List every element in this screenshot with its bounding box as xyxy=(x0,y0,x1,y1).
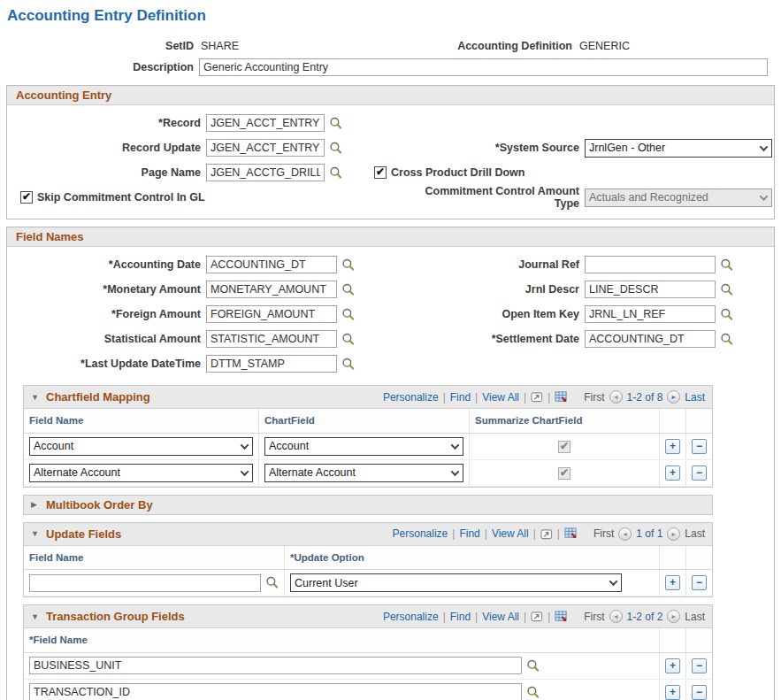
last-link[interactable]: Last xyxy=(685,391,705,404)
delete-row-button[interactable]: − xyxy=(692,658,707,673)
column-header-field-name: Field Name xyxy=(24,546,285,570)
page-title: Accounting Entry Definition xyxy=(7,7,781,25)
add-row-button[interactable]: + xyxy=(665,575,680,590)
page-name-lookup-icon[interactable] xyxy=(329,166,342,180)
transaction-field-lookup-icon[interactable] xyxy=(526,686,540,699)
foreign-amount-lookup-icon[interactable] xyxy=(341,308,355,321)
zoom-grid-icon[interactable] xyxy=(531,611,543,622)
skip-commitment-checkbox[interactable]: ✔ xyxy=(20,191,33,204)
view-all-link[interactable]: View All xyxy=(482,611,519,623)
accounting-date-input[interactable] xyxy=(206,256,337,273)
personalize-link[interactable]: Personalize xyxy=(393,527,448,540)
find-link[interactable]: Find xyxy=(450,391,471,404)
commitment-type-label: Commitment Control Amount Type xyxy=(397,185,585,210)
prev-page-button: ◄ xyxy=(618,527,632,541)
transaction-field-input[interactable] xyxy=(29,683,522,700)
record-input[interactable] xyxy=(206,114,325,132)
last-update-datetime-lookup-icon[interactable] xyxy=(341,358,355,371)
update-fields-collapse-icon[interactable]: ▼ xyxy=(31,529,40,538)
column-header-chartfield: ChartField xyxy=(259,409,470,433)
open-item-key-label: Open Item Key xyxy=(397,308,585,320)
add-row-button[interactable]: + xyxy=(665,658,680,673)
next-page-button[interactable]: ► xyxy=(667,390,680,404)
chartfield-mapping-collapse-icon[interactable]: ▼ xyxy=(31,393,40,402)
accounting-definition-label: Accounting Definition xyxy=(390,40,578,52)
journal-ref-lookup-icon[interactable] xyxy=(720,258,733,272)
cross-product-checkbox[interactable]: ✔ xyxy=(374,166,387,179)
page-name-input[interactable] xyxy=(206,164,325,181)
multibook-collapse-icon[interactable]: ▶ xyxy=(31,500,40,509)
multibook-title: Multibook Order By xyxy=(46,498,153,512)
chartfield-select[interactable]: Account xyxy=(264,437,463,456)
multibook-order-by-bar[interactable]: ▶ Multibook Order By xyxy=(23,495,713,515)
find-link[interactable]: Find xyxy=(450,611,471,623)
field-name-select[interactable]: Account xyxy=(29,437,253,456)
monetary-amount-lookup-icon[interactable] xyxy=(341,283,355,296)
view-all-link[interactable]: View All xyxy=(482,391,519,404)
last-update-datetime-label: *Last Update DateTime xyxy=(7,358,206,370)
delete-row-button[interactable]: − xyxy=(692,439,707,454)
table-row: + − xyxy=(24,652,712,679)
record-update-input[interactable] xyxy=(206,139,325,157)
summarize-checkbox: ✔ xyxy=(558,467,570,480)
jrnl-descr-input[interactable] xyxy=(585,281,716,298)
add-row-button[interactable]: + xyxy=(665,465,680,481)
accounting-entry-groupbox: Accounting Entry *Record Record Update * xyxy=(6,85,775,219)
zoom-grid-icon[interactable] xyxy=(531,391,543,403)
last-link: Last xyxy=(685,611,705,623)
foreign-amount-input[interactable] xyxy=(206,305,337,323)
zoom-grid-icon[interactable] xyxy=(540,528,553,540)
cross-product-label: Cross Product Drill Down xyxy=(391,166,524,179)
statistical-amount-lookup-icon[interactable] xyxy=(341,333,355,346)
jrnl-descr-label: Jrnl Descr xyxy=(397,283,585,296)
add-row-button[interactable]: + xyxy=(665,685,680,700)
delete-row-button[interactable]: − xyxy=(692,575,707,590)
personalize-link[interactable]: Personalize xyxy=(383,611,439,623)
accounting-date-lookup-icon[interactable] xyxy=(341,258,355,272)
update-field-name-input[interactable] xyxy=(29,574,261,592)
field-names-groupbox: Field Names *Accounting Date Journal Ref… xyxy=(6,227,775,700)
monetary-amount-label: *Monetary Amount xyxy=(7,283,206,296)
update-field-lookup-icon[interactable] xyxy=(265,576,279,589)
delete-row-button[interactable]: − xyxy=(692,685,707,700)
settlement-date-input[interactable] xyxy=(585,330,716,348)
personalize-link[interactable]: Personalize xyxy=(383,391,439,404)
description-label: Description xyxy=(0,61,199,73)
find-link[interactable]: Find xyxy=(459,527,479,540)
page-name-label: Page Name xyxy=(7,166,206,179)
description-input[interactable] xyxy=(199,58,768,76)
open-item-key-input[interactable] xyxy=(585,305,716,323)
column-header-summarize: Summarize ChartField xyxy=(470,409,660,433)
download-grid-icon[interactable] xyxy=(555,611,568,623)
add-row-button[interactable]: + xyxy=(665,439,680,454)
settlement-date-lookup-icon[interactable] xyxy=(720,333,733,346)
delete-row-button[interactable]: − xyxy=(692,465,707,481)
record-lookup-icon[interactable] xyxy=(329,117,342,130)
statistical-amount-input[interactable] xyxy=(206,330,337,348)
system-source-select[interactable]: JrnlGen - Other xyxy=(585,139,772,158)
last-update-datetime-input[interactable] xyxy=(206,355,337,373)
table-row: Current User + − xyxy=(24,570,712,596)
jrnl-descr-lookup-icon[interactable] xyxy=(720,283,733,296)
view-all-link[interactable]: View All xyxy=(492,527,529,540)
transaction-field-lookup-icon[interactable] xyxy=(526,659,540,673)
chartfield-select[interactable]: Alternate Account xyxy=(264,464,463,482)
transaction-group-panel: ▼ Transaction Group Fields Personalize |… xyxy=(23,604,713,700)
transaction-group-collapse-icon[interactable]: ▼ xyxy=(31,612,40,621)
setid-label: SetID xyxy=(0,40,199,52)
record-label: *Record xyxy=(7,117,206,129)
field-name-select[interactable]: Alternate Account xyxy=(29,464,253,482)
record-update-lookup-icon[interactable] xyxy=(329,142,342,155)
journal-ref-input[interactable] xyxy=(585,256,716,273)
update-option-select[interactable]: Current User xyxy=(290,573,622,592)
transaction-field-input[interactable] xyxy=(29,657,522,674)
skip-commitment-label: Skip Commitment Control In GL xyxy=(37,191,205,204)
open-item-key-lookup-icon[interactable] xyxy=(720,308,733,321)
download-grid-icon[interactable] xyxy=(564,527,578,540)
first-link: First xyxy=(584,391,604,404)
row-count: 1-2 of 2 xyxy=(627,611,663,623)
monetary-amount-input[interactable] xyxy=(206,281,337,298)
update-fields-panel: ▼ Update Fields Personalize | Find | Vie… xyxy=(23,522,713,598)
download-grid-icon[interactable] xyxy=(555,391,568,404)
column-header-field-name: *Field Name xyxy=(24,628,660,652)
